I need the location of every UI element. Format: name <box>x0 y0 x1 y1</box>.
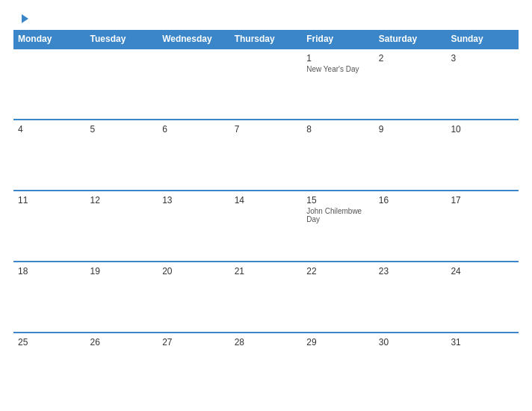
day-number: 7 <box>235 124 298 135</box>
day-number: 26 <box>90 337 154 347</box>
week-row-2: 45678910 <box>13 120 519 191</box>
day-cell: 17 <box>446 191 519 262</box>
day-header-saturday: Saturday <box>374 30 447 49</box>
day-number: 2 <box>379 53 442 64</box>
day-number: 6 <box>162 124 226 135</box>
day-cell: 27 <box>158 333 230 404</box>
week-row-3: 1112131415John Chilembwe Day1617 <box>13 191 519 262</box>
day-number: 9 <box>379 124 442 135</box>
day-number: 18 <box>18 266 81 276</box>
logo-flag-icon <box>15 13 28 24</box>
day-cell <box>158 49 230 120</box>
day-header-friday: Friday <box>302 30 374 49</box>
day-number: 19 <box>90 266 154 276</box>
day-number: 10 <box>451 124 514 135</box>
holiday-label: John Chilembwe Day <box>306 207 370 223</box>
day-cell: 8 <box>302 120 374 191</box>
day-number: 31 <box>451 337 514 347</box>
day-cell: 23 <box>374 262 447 333</box>
day-cell: 16 <box>374 191 447 262</box>
day-cell: 18 <box>13 262 86 333</box>
day-header-sunday: Sunday <box>446 30 519 49</box>
day-cell <box>230 49 303 120</box>
day-cell: 29 <box>302 333 374 404</box>
day-cell: 28 <box>230 333 303 404</box>
day-cell: 4 <box>13 120 86 191</box>
day-cell: 24 <box>446 262 519 333</box>
day-number: 28 <box>235 337 298 347</box>
day-number: 16 <box>379 195 442 206</box>
day-header-monday: Monday <box>13 30 86 49</box>
day-cell: 13 <box>158 191 230 262</box>
day-number: 13 <box>162 195 226 206</box>
day-cell: 31 <box>446 333 519 404</box>
day-number: 30 <box>379 337 442 347</box>
day-number: 12 <box>90 195 154 206</box>
day-number: 11 <box>18 195 81 206</box>
day-cell: 14 <box>230 191 303 262</box>
day-number: 1 <box>306 53 370 64</box>
day-number: 8 <box>306 124 370 135</box>
day-number: 22 <box>306 266 370 276</box>
week-row-4: 18192021222324 <box>13 262 519 333</box>
day-cell: 2 <box>374 49 447 120</box>
header <box>13 13 519 24</box>
day-cell: 12 <box>86 191 158 262</box>
week-row-1: 1New Year's Day23 <box>13 49 519 120</box>
day-number: 27 <box>162 337 226 347</box>
day-cell: 22 <box>302 262 374 333</box>
day-cell: 21 <box>230 262 303 333</box>
day-cell: 3 <box>446 49 519 120</box>
day-header-row: MondayTuesdayWednesdayThursdayFridaySatu… <box>13 30 519 49</box>
day-number: 14 <box>235 195 298 206</box>
day-number: 23 <box>379 266 442 276</box>
day-cell: 26 <box>86 333 158 404</box>
day-number: 17 <box>451 195 514 206</box>
day-number: 29 <box>306 337 370 347</box>
day-cell: 10 <box>446 120 519 191</box>
logo <box>13 13 28 24</box>
day-cell: 9 <box>374 120 447 191</box>
day-cell <box>13 49 86 120</box>
svg-marker-0 <box>22 14 28 23</box>
holiday-label: New Year's Day <box>306 65 370 73</box>
day-cell: 1New Year's Day <box>302 49 374 120</box>
calendar-page: MondayTuesdayWednesdayThursdayFridaySatu… <box>0 0 532 411</box>
day-cell: 6 <box>158 120 230 191</box>
day-cell: 25 <box>13 333 86 404</box>
day-cell: 11 <box>13 191 86 262</box>
day-number: 21 <box>235 266 298 276</box>
day-cell: 19 <box>86 262 158 333</box>
week-row-5: 25262728293031 <box>13 333 519 404</box>
day-number: 25 <box>18 337 81 347</box>
day-number: 4 <box>18 124 81 135</box>
day-cell: 20 <box>158 262 230 333</box>
day-cell: 7 <box>230 120 303 191</box>
day-number: 20 <box>162 266 226 276</box>
day-cell: 5 <box>86 120 158 191</box>
day-cell: 30 <box>374 333 447 404</box>
day-number: 15 <box>306 195 370 206</box>
calendar-table: MondayTuesdayWednesdayThursdayFridaySatu… <box>13 30 519 404</box>
day-header-tuesday: Tuesday <box>86 30 158 49</box>
day-cell: 15John Chilembwe Day <box>302 191 374 262</box>
day-number: 3 <box>451 53 514 64</box>
day-number: 5 <box>90 124 154 135</box>
day-cell <box>86 49 158 120</box>
day-header-wednesday: Wednesday <box>158 30 230 49</box>
day-header-thursday: Thursday <box>230 30 303 49</box>
day-number: 24 <box>451 266 514 276</box>
